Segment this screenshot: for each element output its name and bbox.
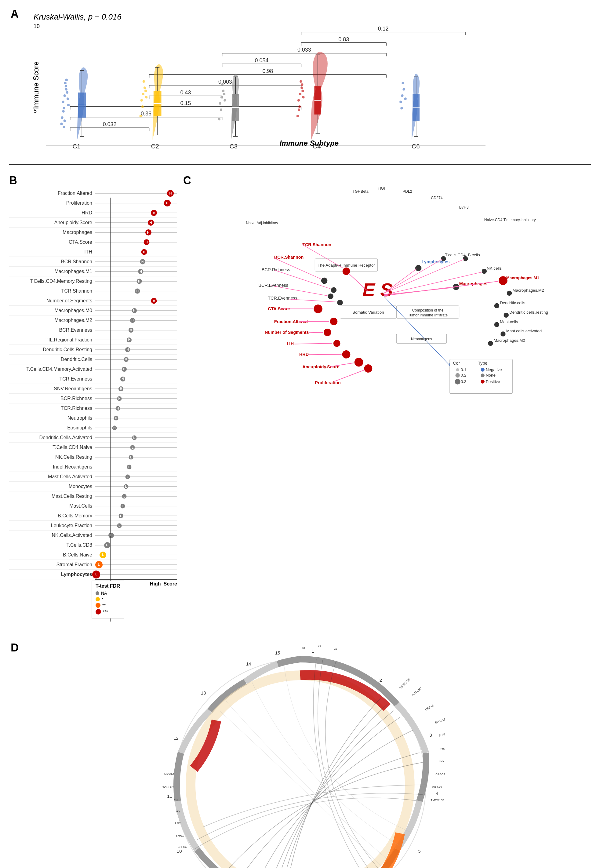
label-dendritic-activated: Dendritic.Cells.Activated <box>9 435 95 441</box>
dot-tcells-cd4-memory-resting: H <box>136 279 142 284</box>
label-cta-score: CTA.Score <box>9 239 95 245</box>
dot-lymphocytes: L <box>92 571 100 579</box>
label-mast-resting: Mast.Cells.Resting <box>9 494 95 499</box>
dot-tcr-shannon: H <box>135 288 140 294</box>
svg-text:12: 12 <box>173 736 178 741</box>
dot-macrophages-m1: H <box>138 269 144 274</box>
svg-point-64 <box>141 99 143 101</box>
svg-point-223 <box>481 380 485 383</box>
svg-point-49 <box>62 110 64 112</box>
label-fraction-altered: Fraction.Altered <box>9 191 95 196</box>
svg-line-160 <box>295 343 332 344</box>
bar-tcr-evenness: H <box>95 374 177 383</box>
label-tcells-cd4-mem-act: T.Cells.CD4.Memory.Activated <box>9 367 95 372</box>
dot-leukocyte-fraction: L <box>117 523 122 528</box>
svg-text:21: 21 <box>318 644 321 647</box>
bar-til-regional: H <box>95 335 177 344</box>
svg-point-43 <box>65 88 67 90</box>
svg-point-55 <box>63 126 65 128</box>
svg-text:11: 11 <box>167 794 172 799</box>
svg-text:CD274: CD274 <box>431 196 442 200</box>
label-bcr-evenness: BCR.Evenness <box>9 327 95 333</box>
dot-indel-neoantigens: L <box>127 465 132 469</box>
svg-text:C6: C6 <box>412 142 420 149</box>
label-monocytes: Monocytes <box>9 484 95 489</box>
svg-point-194 <box>494 322 499 327</box>
row-number-segments: Number.of.Segments H <box>9 296 177 306</box>
svg-point-158 <box>333 340 341 347</box>
panel-c-svg: E S The Adaptive Immune Receptor Somatic… <box>183 183 591 403</box>
dot-proliferation: H <box>164 200 171 206</box>
svg-point-212 <box>456 368 459 371</box>
label-macrophages-m1: Macrophages.M1 <box>9 269 95 274</box>
label-nk-activated: NK.Cells.Activated <box>9 533 95 538</box>
svg-text:TCR.Shannon: TCR.Shannon <box>302 242 331 247</box>
label-macrophages-m2: Macrophages.M2 <box>9 318 95 323</box>
svg-text:Macrophages.M2: Macrophages.M2 <box>512 288 544 292</box>
svg-point-81 <box>220 108 222 111</box>
bar-nk-resting: L <box>95 452 177 462</box>
label-neutrophils: Neutrophils <box>9 415 95 421</box>
row-nk-resting: NK.Cells.Resting L <box>9 452 177 462</box>
label-stromal-fraction: Stromal.Fraction <box>9 562 95 568</box>
row-tcells-cd8: T.Cells.CD8 L <box>9 540 177 550</box>
svg-point-44 <box>63 107 65 109</box>
panel-d-circos: 1 2 3 4 5 6 7 8 9 10 11 12 13 14 15 TNFR… <box>155 640 445 868</box>
bar-dendritic-activated: L <box>95 433 177 442</box>
svg-point-83 <box>224 99 226 101</box>
svg-text:BCR.Richness: BCR.Richness <box>262 267 290 272</box>
row-bcells-memory: B.Cells.Memory L <box>9 511 177 521</box>
bar-hrd: H <box>95 208 177 217</box>
bar-lymphocytes: L <box>95 570 177 579</box>
svg-text:5: 5 <box>418 849 420 854</box>
label-mast-cells: Mast.Cells <box>9 503 95 509</box>
label-number-segments: Number.of.Segments <box>9 298 95 304</box>
legend-star3-dot <box>95 609 101 615</box>
dot-bcr-shannon: H <box>140 259 145 264</box>
legend-star2-label: ** <box>102 603 106 608</box>
svg-text:Negative: Negative <box>486 367 502 372</box>
svg-point-114 <box>402 82 404 84</box>
legend-na-label: NA <box>101 591 107 595</box>
bar-bcr-richness: H <box>95 394 177 403</box>
row-ith: ITH H <box>9 247 177 257</box>
bar-bcr-evenness: H <box>95 325 177 335</box>
dot-ith: H <box>141 249 147 255</box>
dot-dendritic-cells: H <box>124 357 129 362</box>
legend-star1: * <box>95 597 120 602</box>
svg-text:0.3: 0.3 <box>461 379 467 384</box>
svg-point-65 <box>144 86 146 89</box>
svg-text:TIGIT: TIGIT <box>378 186 388 191</box>
svg-point-161 <box>342 350 350 359</box>
label-macrophages-m0: Macrophages.M0 <box>9 308 95 314</box>
bar-nk-activated: L <box>95 530 177 540</box>
bar-mast-resting: L <box>95 491 177 501</box>
svg-text:Naive.CD4.T.memory.inhibitory: Naive.CD4.T.memory.inhibitory <box>484 218 536 222</box>
svg-point-214 <box>455 373 459 377</box>
svg-point-84 <box>218 118 220 120</box>
panel-bc-row: B Fraction.Altered H Proliferation <box>9 174 591 631</box>
bar-cta-score: H <box>95 237 177 247</box>
svg-point-97 <box>300 80 302 83</box>
bar-tcells-cd8: L <box>95 540 177 550</box>
svg-text:SHRS2: SHRS2 <box>177 845 187 848</box>
svg-point-221 <box>481 374 485 377</box>
svg-point-115 <box>404 97 407 100</box>
svg-point-51 <box>67 104 70 106</box>
bar-proliferation: H <box>95 198 177 208</box>
bar-macrophages-m2: H <box>95 315 177 325</box>
svg-point-48 <box>66 91 68 94</box>
svg-point-78 <box>220 96 223 98</box>
bar-mast-activated: L <box>95 472 177 481</box>
row-bcr-richness: BCR.Richness H <box>9 394 177 403</box>
legend-star2-dot <box>95 603 100 608</box>
dot-tcr-richness: H <box>115 406 120 411</box>
row-tcr-richness: TCR.Richness H <box>9 403 177 413</box>
svg-point-188 <box>507 291 512 295</box>
dot-number-segments: H <box>151 298 157 304</box>
svg-text:0.12: 0.12 <box>378 26 389 32</box>
row-hrd: HRD H <box>9 208 177 218</box>
svg-text:C1: C1 <box>72 142 80 149</box>
panel-b-plot: Fraction.Altered H Proliferation H <box>9 188 177 631</box>
svg-point-167 <box>364 364 373 373</box>
